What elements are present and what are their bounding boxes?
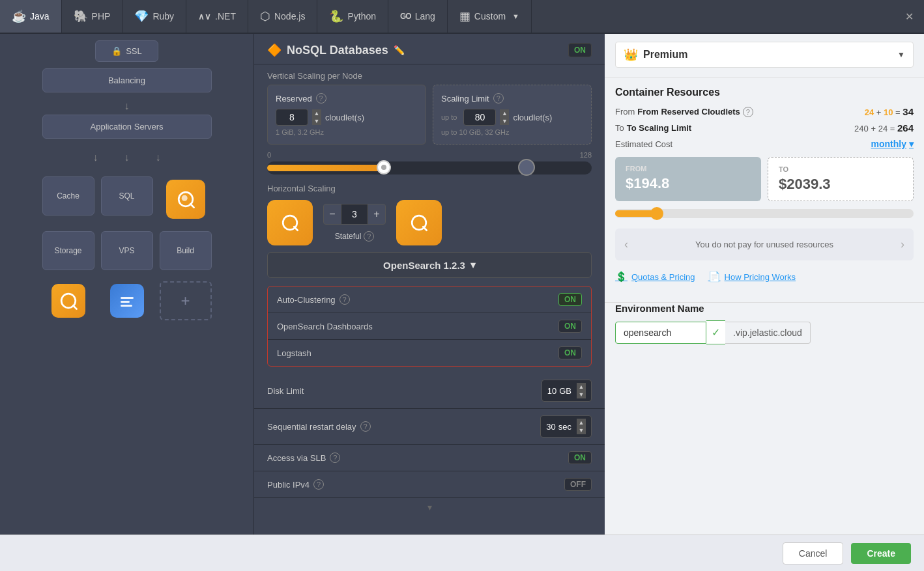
app-servers-label: Application Servers [91,122,164,132]
scaling-limit-input-row: up to 80 ▲ ▼ cloudlet(s) [441,109,583,126]
access-slb-help[interactable]: ? [330,453,340,463]
app-servers-node[interactable]: Application Servers [42,115,212,139]
logstash-icon [110,284,144,318]
cancel-button[interactable]: Cancel [783,542,844,564]
scaling-limit-box: Scaling Limit ? up to 80 ▲ ▼ cloudlet(s)… [433,85,592,145]
horizontal-scaling-section: Horizontal Scaling − 3 + Stateful [254,184,605,252]
vps-node[interactable]: VPS [101,231,153,270]
opensearch-dashboards-toggle[interactable]: ON [558,320,582,333]
opensearch-bottom-1[interactable] [42,278,94,324]
tab-lang[interactable]: GO Lang [388,0,448,33]
tab-ruby[interactable]: 💎 Ruby [123,0,186,33]
restart-spin-up[interactable]: ▲ [577,419,586,426]
nosql-title-text: NoSQL Databases [287,44,388,57]
reserved-help-icon[interactable]: ? [316,93,326,104]
close-window-button[interactable]: ✕ [895,0,924,33]
add-node-button[interactable]: + [160,281,212,320]
version-select[interactable]: OpenSearch 1.2.3 ▾ [267,252,592,278]
env-name-input[interactable] [615,322,706,344]
disk-limit-num: 10 [547,386,556,396]
storage-node[interactable]: Storage [42,231,94,270]
scaling-up-to: up to [441,113,457,121]
svg-point-1 [181,195,187,201]
to-scaling-op: + [871,124,876,133]
logstash-toggle[interactable]: ON [558,346,582,359]
vertical-scaling-label: Vertical Scaling per Node [254,64,605,85]
sequential-restart-value[interactable]: 30 sec ▲ ▼ [540,415,592,438]
public-ipv4-label: Public IPv4 ? [267,479,324,490]
price-slider[interactable] [615,209,914,218]
auto-clustering-status: ON [564,295,576,304]
from-reserved-val2: 10 [884,107,893,117]
public-ipv4-toggle[interactable]: OFF [564,478,592,491]
reserved-value[interactable]: 8 [276,109,308,126]
from-reserved-help[interactable]: ? [743,107,753,117]
sequential-restart-unit: sec [558,422,571,432]
tab-custom[interactable]: ▦ Custom ▼ [448,0,532,33]
ssl-icon: 🔒 [111,46,122,56]
stateful-help-icon[interactable]: ? [364,231,374,242]
disk-limit-value[interactable]: 10 GB ▲ ▼ [541,380,592,402]
build-label: Build [177,246,194,255]
ssl-button[interactable]: 🔒 SSL [95,40,158,62]
tab-python[interactable]: 🐍 Python [317,0,388,33]
disk-spin-down[interactable]: ▼ [577,391,586,398]
price-from-label: FROM [626,165,751,173]
scaling-spin-up[interactable]: ▲ [500,109,509,117]
price-to-label: TO [779,165,902,173]
create-label: Create [867,548,895,559]
tab-php[interactable]: 🐘 PHP [62,0,123,33]
create-button[interactable]: Create [851,543,911,564]
python-icon: 🐍 [329,9,343,23]
access-slb-label: Access via SLB ? [267,453,340,463]
horizontal-nodes: − 3 + Stateful ? [267,200,592,245]
scaling-limit-help-icon[interactable]: ? [493,93,504,104]
from-reserved-total: 34 [902,106,914,117]
sql-node[interactable]: SQL [101,176,153,216]
cache-node[interactable]: Cache [42,176,94,216]
carousel-prev[interactable]: ‹ [622,238,631,251]
opensearch-dashboards-text: OpenSearch Dashboards [277,322,373,331]
premium-icon: 👑 [624,48,638,62]
scaling-value[interactable]: 80 [463,109,496,126]
counter-increase[interactable]: + [368,204,386,225]
reserved-spin-up[interactable]: ▲ [312,109,321,117]
reserved-spin-down[interactable]: ▼ [312,117,321,125]
container-resources-title: Container Resources [615,87,914,98]
pricing-link[interactable]: 📄 How Pricing Works [708,271,796,283]
premium-select[interactable]: 👑 Premium ▼ [615,42,914,68]
disk-spin-up[interactable]: ▲ [577,383,586,391]
vps-label: VPS [119,246,134,255]
balancing-node[interactable]: Balancing [42,68,212,92]
container-resources: Container Resources From From Reserved C… [605,77,924,303]
auto-clustering-toggle[interactable]: ON [558,293,582,306]
env-name-label: Environment Name [615,303,914,314]
nosql-node[interactable] [160,176,212,222]
to-scaling-text: To Scaling Limit [627,123,691,133]
slider-thumb-scaling[interactable] [518,159,535,176]
quotas-link[interactable]: 💲 Quotas & Pricing [615,271,695,283]
auto-clustering-help[interactable]: ? [339,294,350,305]
carousel-next[interactable]: › [898,238,907,251]
counter-decrease[interactable]: − [323,204,341,225]
right-panel: 👑 Premium ▼ Container Resources From Fro… [605,34,924,535]
public-ipv4-help[interactable]: ? [313,479,324,490]
restart-spin-down[interactable]: ▼ [577,426,586,434]
tab-nodejs[interactable]: ⬡ Node.js [248,0,317,33]
footer: Cancel Create [0,535,924,571]
access-slb-toggle[interactable]: ON [568,451,592,464]
scaling-spin-down[interactable]: ▼ [500,117,509,125]
nosql-toggle[interactable]: ON [568,43,592,57]
custom-dropdown-icon[interactable]: ▼ [512,12,519,20]
tab-net[interactable]: ∧∨ .NET [186,0,248,33]
opensearch-bottom-2[interactable] [101,278,153,324]
tab-java[interactable]: ☕ Java [0,0,62,33]
monthly-button[interactable]: monthly ▾ [871,139,914,149]
nosql-edit-icon[interactable]: ✏️ [394,45,405,55]
sequential-restart-help[interactable]: ? [360,421,371,432]
stateful-label: Stateful ? [335,231,375,242]
price-slider-thumb[interactable] [650,207,663,220]
slider-track[interactable] [267,161,592,174]
build-node[interactable]: Build [160,231,212,270]
slider-thumb-reserved[interactable] [377,160,391,174]
